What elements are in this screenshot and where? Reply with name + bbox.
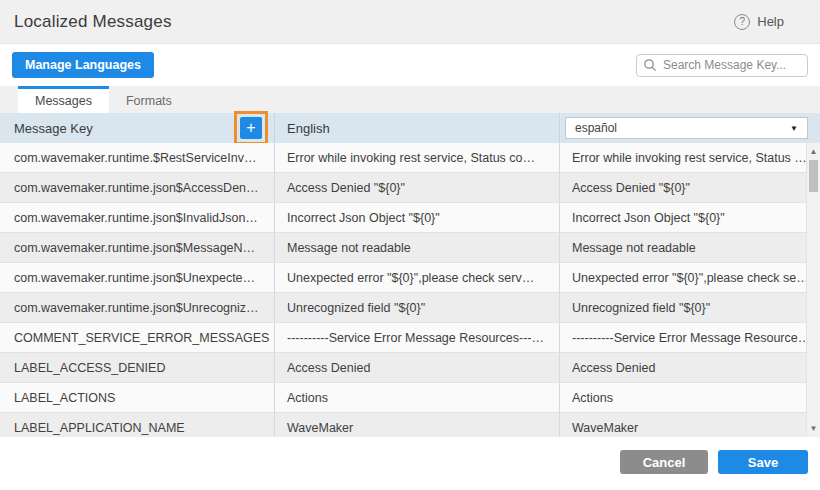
tab-formats[interactable]: Formats [109, 86, 189, 113]
cell-english[interactable]: Incorrect Json Object "${0}" [275, 203, 560, 232]
scroll-down-icon[interactable]: ▼ [807, 422, 820, 435]
english-header-label: English [287, 121, 330, 136]
table-body: com.wavemaker.runtime.$RestServiceInv… E… [0, 143, 820, 437]
cell-english[interactable]: Unexpected error "${0}",please check ser… [275, 263, 560, 292]
table-row[interactable]: com.wavemaker.runtime.json$MessageN… Mes… [0, 233, 820, 263]
cell-message-key[interactable]: LABEL_ACTIONS [0, 383, 275, 412]
chevron-down-icon: ▼ [790, 124, 798, 133]
add-message-key-button[interactable]: + [240, 117, 262, 139]
search-icon [643, 58, 657, 72]
tabstrip: Messages Formats [0, 86, 820, 113]
page-title: Localized Messages [14, 12, 172, 32]
cell-spanish[interactable]: Incorrect Json Object "${0}" [560, 203, 820, 232]
vertical-scrollbar[interactable]: ▲ ▼ [806, 143, 820, 437]
message-key-header-label: Message Key [14, 121, 93, 136]
cell-message-key[interactable]: com.wavemaker.runtime.json$MessageN… [0, 233, 275, 262]
titlebar: Localized Messages ? Help [0, 0, 820, 44]
help-link[interactable]: ? Help [734, 14, 784, 30]
cell-english[interactable]: Access Denied "${0}" [275, 173, 560, 202]
cell-english[interactable]: Message not readable [275, 233, 560, 262]
add-key-highlight-box: + [234, 111, 268, 145]
cell-spanish[interactable]: Message not readable [560, 233, 820, 262]
toolbar: Manage Languages [0, 44, 820, 86]
scroll-up-icon[interactable]: ▲ [807, 145, 820, 158]
table-row[interactable]: com.wavemaker.runtime.json$AccessDen… Ac… [0, 173, 820, 203]
search-input[interactable] [636, 54, 808, 77]
cell-message-key[interactable]: com.wavemaker.runtime.json$Unexpecte… [0, 263, 275, 292]
cell-spanish[interactable]: Unexpected error "${0}",please check se… [560, 263, 820, 292]
help-icon: ? [734, 14, 750, 30]
table-row[interactable]: COMMENT_SERVICE_ERROR_MESSAGES ---------… [0, 323, 820, 353]
cell-spanish[interactable]: Error while invoking rest service, Statu… [560, 143, 820, 172]
table-row[interactable]: com.wavemaker.runtime.json$Unexpecte… Un… [0, 263, 820, 293]
cell-english[interactable]: Unrecognized field "${0}" [275, 293, 560, 322]
cell-spanish[interactable]: Actions [560, 383, 820, 412]
cell-english[interactable]: Error while invoking rest service, Statu… [275, 143, 560, 172]
table-row[interactable]: LABEL_ACCESS_DENIED Access Denied Access… [0, 353, 820, 383]
cell-message-key[interactable]: com.wavemaker.runtime.$RestServiceInv… [0, 143, 275, 172]
table-row[interactable]: LABEL_ACTIONS Actions Actions [0, 383, 820, 413]
cell-spanish[interactable]: Access Denied "${0}" [560, 173, 820, 202]
cell-english[interactable]: ----------Service Error Message Resource… [275, 323, 560, 352]
language-selected-value: español [575, 121, 617, 135]
cell-message-key[interactable]: LABEL_APPLICATION_NAME [0, 413, 275, 437]
plus-icon: + [246, 118, 255, 138]
column-header-english: English [275, 113, 560, 143]
cell-message-key[interactable]: com.wavemaker.runtime.json$InvalidJson… [0, 203, 275, 232]
localized-messages-dialog: Localized Messages ? Help Manage Languag… [0, 0, 820, 490]
table-row[interactable]: com.wavemaker.runtime.json$InvalidJson… … [0, 203, 820, 233]
column-header-message-key: Message Key + [0, 113, 275, 143]
search-box [636, 54, 808, 77]
cell-spanish[interactable]: ----------Service Error Message Resource… [560, 323, 820, 352]
cell-message-key[interactable]: COMMENT_SERVICE_ERROR_MESSAGES [0, 323, 275, 352]
table-row[interactable]: com.wavemaker.runtime.json$Unrecogniz… U… [0, 293, 820, 323]
save-button[interactable]: Save [718, 450, 808, 474]
cell-spanish[interactable]: Access Denied [560, 353, 820, 382]
cell-english[interactable]: Actions [275, 383, 560, 412]
column-header-language: español ▼ [560, 113, 820, 143]
cell-spanish[interactable]: Unrecognized field "${0}" [560, 293, 820, 322]
cell-spanish[interactable]: WaveMaker [560, 413, 820, 437]
cell-english[interactable]: WaveMaker [275, 413, 560, 437]
table-header: Message Key + English español ▼ [0, 113, 820, 143]
cancel-button[interactable]: Cancel [620, 450, 708, 474]
table-row[interactable]: LABEL_APPLICATION_NAME WaveMaker WaveMak… [0, 413, 820, 437]
cell-message-key[interactable]: LABEL_ACCESS_DENIED [0, 353, 275, 382]
scrollbar-thumb[interactable] [809, 160, 818, 192]
dialog-footer: Cancel Save [0, 437, 820, 490]
language-select[interactable]: español ▼ [565, 117, 808, 139]
cell-message-key[interactable]: com.wavemaker.runtime.json$AccessDen… [0, 173, 275, 202]
tab-messages[interactable]: Messages [18, 86, 109, 113]
table-row[interactable]: com.wavemaker.runtime.$RestServiceInv… E… [0, 143, 820, 173]
cell-english[interactable]: Access Denied [275, 353, 560, 382]
help-label: Help [757, 14, 784, 29]
manage-languages-button[interactable]: Manage Languages [12, 52, 154, 78]
cell-message-key[interactable]: com.wavemaker.runtime.json$Unrecogniz… [0, 293, 275, 322]
